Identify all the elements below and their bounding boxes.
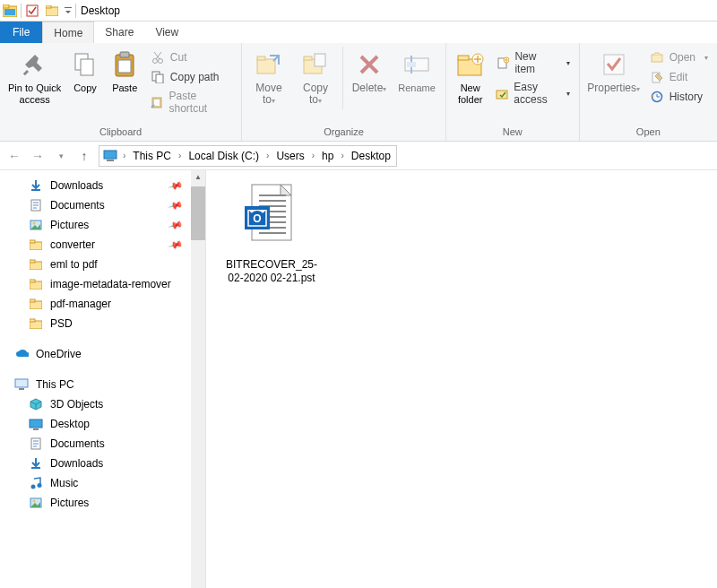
paste-shortcut-icon bbox=[151, 95, 164, 109]
copy-button[interactable]: Copy bbox=[67, 47, 102, 98]
rename-button[interactable]: Rename bbox=[393, 47, 440, 98]
tab-file[interactable]: File bbox=[0, 22, 42, 43]
group-label-new: New bbox=[452, 125, 574, 139]
open-icon bbox=[650, 50, 664, 65]
sidebar-item-documents2[interactable]: Documents bbox=[0, 434, 205, 454]
desktop-icon bbox=[29, 417, 43, 431]
svg-rect-26 bbox=[407, 62, 416, 67]
address-bar[interactable]: › This PC › Local Disk (C:) › Users › hp… bbox=[99, 145, 397, 167]
chevron-right-icon[interactable]: › bbox=[263, 151, 272, 160]
main-area: Downloads 📌 Documents 📌 Pictures 📌 conve… bbox=[0, 170, 717, 588]
svg-rect-20 bbox=[257, 56, 265, 60]
pin-to-quick-access-button[interactable]: Pin to Quick access bbox=[5, 47, 64, 109]
cut-button[interactable]: Cut bbox=[147, 48, 236, 66]
svg-rect-7 bbox=[22, 70, 28, 75]
qa-newfolder-icon[interactable] bbox=[42, 1, 62, 21]
sidebar-item-converter[interactable]: converter 📌 bbox=[0, 235, 205, 255]
folder-icon bbox=[29, 316, 43, 331]
sidebar-scrollbar[interactable]: ▲ bbox=[191, 170, 205, 588]
pst-file-icon: O bbox=[243, 183, 300, 253]
content-pane[interactable]: O BITRECOVER_25-02-2020 02-21.pst bbox=[206, 170, 717, 588]
navigation-pane[interactable]: Downloads 📌 Documents 📌 Pictures 📌 conve… bbox=[0, 170, 206, 588]
file-item-pst[interactable]: O BITRECOVER_25-02-2020 02-21.pst bbox=[222, 183, 321, 285]
group-label-clipboard: Clipboard bbox=[5, 125, 236, 139]
separator bbox=[21, 4, 22, 18]
breadcrumb-seg[interactable]: Users bbox=[274, 148, 306, 164]
sidebar-item-image-metadata[interactable]: image-metadata-remover bbox=[0, 274, 205, 294]
sidebar-item-downloads[interactable]: Downloads 📌 bbox=[0, 176, 205, 195]
history-icon bbox=[650, 90, 664, 104]
sidebar-item-emltopdf[interactable]: eml to pdf bbox=[0, 255, 205, 274]
paste-button[interactable]: Paste bbox=[107, 47, 143, 98]
group-label-open: Open bbox=[585, 125, 712, 139]
svg-rect-46 bbox=[30, 260, 35, 263]
rename-icon bbox=[402, 50, 431, 79]
properties-icon bbox=[600, 50, 628, 79]
sidebar-item-pictures[interactable]: Pictures 📌 bbox=[0, 215, 205, 235]
sidebar-item-psd[interactable]: PSD bbox=[0, 314, 205, 333]
sidebar-item-onedrive[interactable]: OneDrive bbox=[0, 344, 205, 364]
svg-rect-1 bbox=[3, 4, 9, 8]
qa-customize-dropdown[interactable] bbox=[62, 1, 74, 21]
svg-point-59 bbox=[31, 485, 36, 489]
svg-rect-53 bbox=[15, 379, 28, 387]
paste-shortcut-button[interactable]: Paste shortcut bbox=[147, 88, 236, 117]
nav-back-button[interactable]: ← bbox=[5, 147, 23, 165]
svg-rect-50 bbox=[30, 299, 35, 302]
tab-view[interactable]: View bbox=[144, 22, 189, 43]
properties-button[interactable]: Properties▾ bbox=[585, 47, 643, 99]
file-name-label: BITRECOVER_25-02-2020 02-21.pst bbox=[222, 258, 321, 285]
pictures-icon bbox=[29, 496, 43, 510]
svg-rect-18 bbox=[154, 99, 160, 106]
chevron-right-icon[interactable]: › bbox=[119, 151, 129, 160]
sidebar-item-pictures2[interactable]: Pictures bbox=[0, 493, 205, 513]
breadcrumb-seg[interactable]: hp bbox=[320, 148, 335, 164]
breadcrumb-seg[interactable]: Desktop bbox=[350, 148, 393, 164]
edit-button[interactable]: Edit bbox=[646, 68, 712, 86]
open-button[interactable]: Open▾ bbox=[646, 48, 712, 66]
tab-home[interactable]: Home bbox=[42, 22, 94, 43]
sidebar-item-3dobjects[interactable]: 3D Objects bbox=[0, 394, 205, 414]
new-item-button[interactable]: New item▾ bbox=[492, 48, 573, 77]
ribbon: Pin to Quick access Copy Paste Cut Copy … bbox=[0, 43, 717, 142]
sidebar-item-downloads2[interactable]: Downloads bbox=[0, 454, 205, 473]
svg-rect-28 bbox=[458, 56, 469, 60]
svg-point-60 bbox=[38, 483, 42, 488]
easy-access-button[interactable]: Easy access▾ bbox=[492, 79, 573, 108]
tab-share[interactable]: Share bbox=[94, 22, 144, 43]
new-folder-button[interactable]: New folder bbox=[452, 47, 488, 109]
qa-properties-icon[interactable] bbox=[22, 1, 42, 21]
copy-path-button[interactable]: Copy path bbox=[147, 68, 236, 86]
nav-recent-dropdown[interactable]: ▾ bbox=[52, 147, 70, 165]
sidebar-item-pdf-manager[interactable]: pdf-manager bbox=[0, 294, 205, 314]
folder-icon bbox=[29, 257, 43, 272]
sidebar-item-documents[interactable]: Documents 📌 bbox=[0, 195, 205, 215]
nav-forward-button[interactable]: → bbox=[29, 147, 47, 165]
scrollbar-thumb[interactable] bbox=[191, 186, 205, 240]
nav-up-button[interactable]: ↑ bbox=[75, 147, 93, 165]
documents-icon bbox=[29, 437, 43, 451]
svg-rect-48 bbox=[30, 280, 35, 282]
chevron-right-icon[interactable]: › bbox=[308, 151, 318, 160]
sidebar-item-music[interactable]: Music bbox=[0, 473, 205, 493]
svg-rect-37 bbox=[104, 151, 117, 159]
delete-button[interactable]: Delete▾ bbox=[349, 47, 390, 99]
history-button[interactable]: History bbox=[646, 88, 712, 106]
svg-rect-12 bbox=[118, 60, 131, 73]
pin-icon: 📌 bbox=[168, 177, 185, 194]
svg-point-62 bbox=[33, 500, 36, 503]
sidebar-item-thispc[interactable]: This PC bbox=[0, 375, 205, 394]
breadcrumb-seg[interactable]: Local Disk (C:) bbox=[186, 148, 261, 164]
breadcrumb-seg[interactable]: This PC bbox=[131, 148, 173, 164]
separator bbox=[75, 4, 76, 18]
copy-to-button[interactable]: Copy to▾ bbox=[294, 47, 337, 110]
group-new: New folder New item▾ Easy access▾ New bbox=[446, 43, 580, 141]
onedrive-icon bbox=[14, 347, 29, 361]
chevron-right-icon[interactable]: › bbox=[175, 151, 185, 160]
move-to-button[interactable]: Move to▾ bbox=[247, 47, 290, 110]
window-title: Desktop bbox=[81, 4, 120, 17]
svg-rect-52 bbox=[30, 319, 35, 322]
ribbon-tabs: File Home Share View bbox=[0, 22, 717, 43]
sidebar-item-desktop[interactable]: Desktop bbox=[0, 414, 205, 434]
chevron-right-icon[interactable]: › bbox=[337, 151, 347, 160]
